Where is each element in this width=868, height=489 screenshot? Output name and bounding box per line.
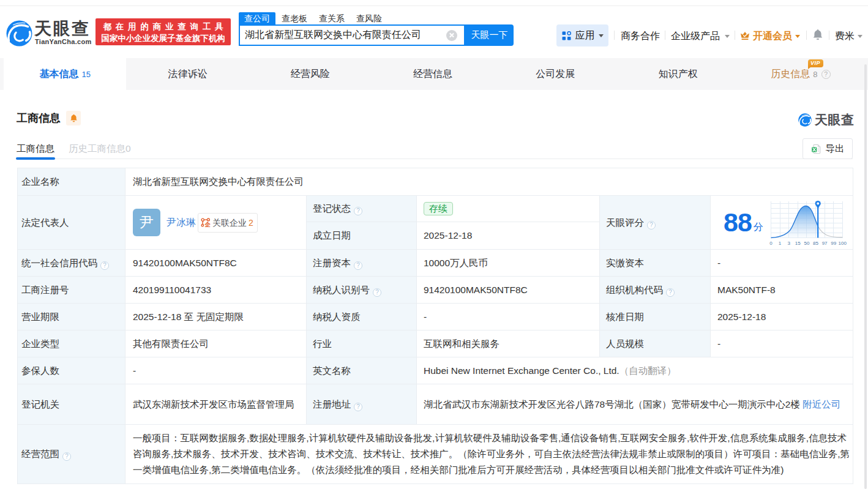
svg-text:0: 0 xyxy=(769,240,773,245)
establish-date-label: 成立日期 xyxy=(307,222,417,250)
nav-enterprise-products[interactable]: 企业级产品 xyxy=(671,30,730,43)
help-icon[interactable]: ? xyxy=(354,261,362,270)
nav-business-cooperation[interactable]: 商务合作 xyxy=(621,30,660,43)
staff-size-label: 人员规模 xyxy=(600,330,711,357)
search-tab-boss[interactable]: 查老板 xyxy=(276,12,313,24)
taxpayer-id-value: 91420100MAK50NTF8C xyxy=(417,277,600,304)
search-tab-company[interactable]: 查公司 xyxy=(239,12,275,24)
table-row: 登记机关 武汉东湖新技术开发区市场监督管理局 注册地址? 湖北省武汉市东湖新技术… xyxy=(18,384,853,425)
table-row: 企业名称 湖北省新型互联网交换中心有限责任公司 xyxy=(18,168,853,196)
nav-open-vip[interactable]: 开通会员 xyxy=(740,30,800,43)
label-text: 登记状态 xyxy=(313,203,351,214)
taxpayer-quality-label: 纳税人资质 xyxy=(307,304,417,330)
business-term-value: 2025-12-18 至 无固定期限 xyxy=(125,304,307,330)
establish-date-value: 2025-12-18 xyxy=(417,222,600,250)
help-icon[interactable]: ? xyxy=(354,403,362,411)
apps-menu[interactable]: 应用 xyxy=(556,24,608,47)
nearby-companies-link[interactable]: 附近公司 xyxy=(803,399,840,409)
uscc-label: 统一社会信用代码? xyxy=(18,250,125,277)
industry-label: 行业 xyxy=(307,330,417,357)
search-tab-relation[interactable]: 查关系 xyxy=(313,12,350,24)
score-value[interactable]: 88 xyxy=(724,209,752,236)
label-text: 注册资本 xyxy=(313,258,351,268)
search-tab-risk[interactable]: 查风险 xyxy=(351,12,387,24)
tab-basic-info[interactable]: 基本信息15 xyxy=(4,58,126,90)
crown-icon xyxy=(740,31,750,40)
legal-rep-label: 法定代表人 xyxy=(18,196,125,250)
uscc-value: 91420100MAK50NTF8C xyxy=(125,250,307,277)
svg-text:3: 3 xyxy=(787,240,790,245)
svg-text:99: 99 xyxy=(831,240,836,245)
help-icon[interactable]: ? xyxy=(373,288,381,297)
tab-intellectual-property[interactable]: 知识产权 xyxy=(616,58,739,90)
related-companies-badge[interactable]: 企 关联企业 2 xyxy=(198,213,258,233)
tab-company-development[interactable]: 公司发展 xyxy=(494,58,616,90)
auto-translate-note: （自动翻译） xyxy=(619,365,676,376)
help-icon[interactable]: ? xyxy=(647,221,656,230)
help-icon[interactable]: ? xyxy=(354,207,362,215)
paid-capital-label: 实缴资本 xyxy=(600,250,711,277)
company-type-label: 企业类型 xyxy=(18,330,125,357)
industry-value: 互联网和相关服务 xyxy=(417,330,600,357)
score-content: 88 分 0131550859799100 xyxy=(711,199,853,247)
subtab-history-business-info[interactable]: 历史工商信息0 xyxy=(69,143,131,155)
table-row: 营业期限 2025-12-18 至 无固定期限 纳税人资质 - 核准日期 202… xyxy=(18,304,853,330)
help-icon[interactable]: ? xyxy=(666,288,675,297)
reg-address-label: 注册地址? xyxy=(307,384,417,425)
svg-text:1: 1 xyxy=(779,240,782,245)
help-icon[interactable]: ? xyxy=(62,452,71,461)
search-input-value[interactable]: 湖北省新型互联网交换中心有限责任公司 xyxy=(245,29,446,42)
subscribe-bell-button[interactable] xyxy=(66,111,81,125)
tab-operating-risk[interactable]: 经营风险 xyxy=(249,58,372,90)
nav-user-menu[interactable]: 费米 xyxy=(835,30,862,43)
table-row: 企业类型 其他有限责任公司 行业 互联网和相关服务 人员规模 - xyxy=(18,330,853,357)
export-button[interactable]: 导出 xyxy=(803,138,853,159)
subtab-bar: 工商信息 历史工商信息0 xyxy=(17,143,853,159)
subscribe-bell-icon xyxy=(70,114,78,122)
label-text: 统一社会信用代码 xyxy=(21,258,97,268)
brand-domain: TianYanCha.com xyxy=(35,38,92,45)
score-label: 天眼评分? xyxy=(600,196,711,250)
legal-rep-avatar[interactable]: 尹 xyxy=(133,209,160,236)
nav-divider xyxy=(735,31,735,40)
chart-x-axis-labels: 0131550859799100 xyxy=(769,240,847,245)
promo-banner: 都在用的商业查询工具 国家中小企业发展子基金旗下机构 xyxy=(95,18,231,45)
label-text: 天眼评分 xyxy=(606,217,644,228)
approved-date-value: 2025-12-18 xyxy=(711,304,853,330)
help-icon[interactable]: ? xyxy=(100,261,109,270)
paid-capital-value: - xyxy=(711,250,853,277)
reg-authority-value: 武汉东湖新技术开发区市场监督管理局 xyxy=(125,384,307,425)
clear-search-icon[interactable] xyxy=(446,30,457,41)
reg-capital-label: 注册资本? xyxy=(307,250,417,277)
brand-name[interactable]: 天眼查 xyxy=(34,20,91,38)
open-vip-label: 开通会员 xyxy=(753,31,792,41)
help-icon[interactable]: ? xyxy=(821,70,831,79)
address-text: 湖北省武汉市东湖新技术开发区光谷八路78号湖北（国家）宽带研发中心一期演示中心2… xyxy=(424,399,800,409)
label-text: 注册地址 xyxy=(313,399,351,409)
notifications-bell[interactable] xyxy=(813,29,823,43)
reg-number-label: 工商注册号 xyxy=(18,277,125,304)
label-text: 组织机构代码 xyxy=(606,285,663,295)
english-name-value: Hubei New Internet Exchange Center Co., … xyxy=(417,357,853,384)
nav-divider xyxy=(829,31,829,40)
tianyancha-logo-icon[interactable] xyxy=(6,20,32,47)
reg-address-value: 湖北省武汉市东湖新技术开发区光谷八路78号湖北（国家）宽带研发中心一期演示中心2… xyxy=(417,384,853,425)
tab-history-info[interactable]: 历史信息8?VIP xyxy=(739,58,862,90)
table-row: 参保人数 - 英文名称 Hubei New Internet Exchange … xyxy=(18,357,853,384)
reg-status-cell: 存续 xyxy=(417,196,600,222)
search-button[interactable]: 天眼一下 xyxy=(465,24,514,46)
reg-number-value: 420199110041733 xyxy=(125,277,307,304)
apps-caret-icon xyxy=(599,34,604,37)
tab-legal-proceedings[interactable]: 法律诉讼 xyxy=(126,58,249,90)
user-caret-icon xyxy=(858,35,862,38)
score-distribution-chart[interactable]: 0131550859799100 xyxy=(769,199,849,247)
tab-business-info[interactable]: 经营信息 xyxy=(372,58,494,90)
reg-status-label: 登记状态? xyxy=(307,196,417,222)
tab-label: 公司发展 xyxy=(536,68,575,81)
subtab-business-info[interactable]: 工商信息 xyxy=(17,143,54,155)
scrollbar-thumb[interactable] xyxy=(864,64,867,489)
legal-rep-name-link[interactable]: 尹冰琳 xyxy=(166,215,196,231)
vip-badge: VIP xyxy=(808,59,823,67)
search-input[interactable]: 湖北省新型互联网交换中心有限责任公司 xyxy=(239,24,465,46)
business-info-table: 企业名称 湖北省新型互联网交换中心有限责任公司 法定代表人 尹 尹冰琳 企 关联… xyxy=(17,168,853,484)
